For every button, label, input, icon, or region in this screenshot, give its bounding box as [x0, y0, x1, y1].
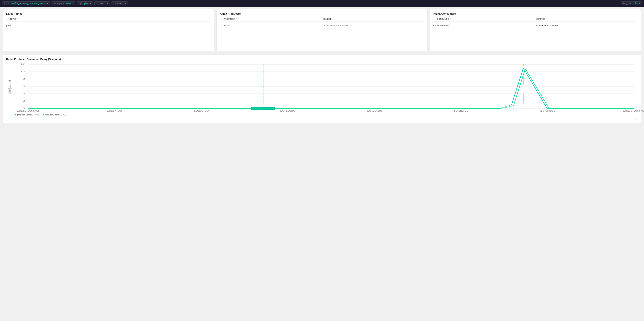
- namespace-value: kafka: [66, 2, 71, 5]
- consumer-source-cell: kafka/kafka-consumer1: [536, 24, 638, 27]
- chart-nav: ‹ ›: [6, 117, 638, 121]
- consumers-sort-icon: ∧: [450, 18, 451, 20]
- legend-label-2: producer-1/consu...: [45, 114, 62, 116]
- script-selector[interactable]: script: px/kafka_producer_consumer_laten…: [2, 2, 50, 5]
- consumer-arrow: ▼: [124, 3, 126, 5]
- producers-sort-icon2: ∧: [332, 18, 334, 20]
- svg-text:0: 0: [23, 107, 25, 109]
- svg-text:10:18:30: 10:18:30: [280, 110, 295, 112]
- svg-text:10:16:30: 10:16:30: [194, 110, 209, 112]
- table-row: producer-1 kafka/kafka-producer-perf-3: [220, 23, 424, 28]
- chart-svg: 0 2 4 6 8 10 12 Delay (seconds) 10:12:30…: [6, 63, 638, 112]
- table-row: pixie: [6, 23, 210, 28]
- kafka-producers-card: Kafka Producers ☰ PRODUCER ∧ SOURCE ∧ ⋮ …: [216, 9, 428, 51]
- top-bar: script: px/kafka_producer_consumer_laten…: [0, 0, 644, 7]
- consumers-sort-icon2: ∧: [546, 18, 547, 20]
- producers-col2: SOURCE ∧: [323, 18, 421, 20]
- topic-value: pixie: [84, 2, 88, 5]
- kafka-producers-title: Kafka Producers: [220, 12, 424, 15]
- topic-cell: pixie: [6, 24, 210, 27]
- producer-arrow: ▼: [106, 3, 108, 5]
- producer-cell: producer-1: [220, 24, 322, 27]
- legend-label-1: producer-1/consu...: [17, 114, 34, 116]
- topic-arrow: ▼: [90, 3, 92, 5]
- topics-header-actions[interactable]: ⋮: [208, 18, 210, 20]
- legend-dot-1: [15, 114, 16, 115]
- legend-dot-2: [43, 114, 44, 115]
- consumer-label: consumer:: [113, 2, 123, 5]
- svg-text:Delay (seconds): Delay (seconds): [7, 80, 12, 94]
- topics-col1: TOPIC ∧: [10, 18, 208, 20]
- chart-next-button[interactable]: ›: [634, 117, 637, 121]
- svg-text:6: 6: [23, 85, 25, 87]
- legend-item-1: producer-1/consu... 0.00: [15, 114, 39, 116]
- kafka-consumers-title: Kafka Consumers: [434, 12, 638, 15]
- script-label: script:: [4, 2, 9, 5]
- namespace-arrow: ▼: [72, 3, 74, 5]
- namespace-label: namespace*:: [53, 2, 66, 5]
- start-time-arrow: ▼: [638, 3, 640, 5]
- svg-text:10:20:30: 10:20:30: [367, 110, 382, 112]
- kafka-topics-card: Kafka Topics ☰ TOPIC ∧ ⋮ pixie: [3, 9, 214, 51]
- legend-value-2: 0.00: [63, 114, 67, 116]
- consumers-col2: SOURCE ∧: [536, 18, 635, 20]
- legend-item-2: producer-1/consu... 0.00: [43, 114, 67, 116]
- start-time-label: start_time:: [622, 2, 632, 5]
- script-arrow: ▼: [47, 3, 48, 5]
- svg-text:10:12:30 PM: 10:12:30 PM: [17, 110, 39, 112]
- chart-title: Kafka Producer-Consumer Delay (Seconds): [6, 58, 638, 61]
- producers-col1: PRODUCER ∧: [224, 18, 322, 20]
- svg-text:2: 2: [23, 100, 25, 102]
- svg-text:10:22:30: 10:22:30: [453, 110, 468, 112]
- script-value: px/kafka_producer_consumer_latency: [10, 2, 46, 5]
- kafka-topics-title: Kafka Topics: [6, 12, 210, 15]
- producer-selector[interactable]: producer: ▼: [94, 2, 110, 5]
- producer-label: producer:: [96, 2, 105, 5]
- topic-selector[interactable]: topic: pixie ▼: [77, 2, 93, 5]
- top-bar-right: start_time: -15m ▼: [620, 2, 642, 5]
- svg-text:10:26:30 PM: 10:26:30 PM: [623, 110, 644, 112]
- legend-value-1: 0.00: [36, 114, 39, 116]
- top-bar-left: script: px/kafka_producer_consumer_laten…: [2, 2, 128, 5]
- consumer-cell: consumer-test-1: [434, 24, 535, 27]
- chart-legend: producer-1/consu... 0.00 producer-1/cons…: [6, 114, 638, 116]
- topics-table-header: ☰ TOPIC ∧ ⋮: [6, 18, 210, 22]
- chart-card: Kafka Producer-Consumer Delay (Seconds) …: [3, 55, 641, 123]
- producers-table-header: ☰ PRODUCER ∧ SOURCE ∧ ⋮: [220, 18, 424, 22]
- consumers-table-header: ☰ CONSUMER ∧ SOURCE ∧ ⋮: [434, 18, 638, 22]
- producers-sort-icon: ∧: [236, 18, 237, 20]
- main-content: Kafka Topics ☰ TOPIC ∧ ⋮ pixie Kafka Pro…: [0, 7, 644, 321]
- namespace-selector[interactable]: namespace*: kafka ▼: [52, 2, 76, 5]
- svg-text:4: 4: [23, 92, 25, 94]
- kafka-consumers-card: Kafka Consumers ☰ CONSUMER ∧ SOURCE ∧ ⋮ …: [430, 9, 641, 51]
- tables-row: Kafka Topics ☰ TOPIC ∧ ⋮ pixie Kafka Pro…: [3, 9, 641, 51]
- svg-text:10:14:30: 10:14:30: [107, 110, 122, 112]
- topics-header-icon: ☰: [6, 18, 8, 21]
- topics-sort-icon: ∧: [17, 18, 18, 20]
- svg-text:8: 8: [23, 78, 25, 80]
- svg-text:12: 12: [20, 63, 25, 65]
- topic-label: topic:: [78, 2, 84, 5]
- consumers-col1: CONSUMER ∧: [437, 18, 536, 20]
- chart-prev-button[interactable]: ‹: [630, 117, 632, 121]
- table-row: consumer-test-1 kafka/kafka-consumer1: [434, 23, 638, 28]
- producers-header-actions[interactable]: ⋮: [422, 18, 424, 20]
- chart-area[interactable]: 0 2 4 6 8 10 12 Delay (seconds) 10:12:30…: [6, 63, 638, 112]
- consumer-selector[interactable]: consumer: ▼: [111, 2, 128, 5]
- svg-text:10:17:56: 10:17:56: [256, 108, 271, 110]
- consumers-header-icon: ☰: [434, 18, 436, 21]
- producer-source-cell: kafka/kafka-producer-perf-3: [322, 24, 424, 27]
- start-time-value: -15m: [633, 2, 638, 5]
- consumers-header-actions[interactable]: ⋮: [636, 18, 638, 20]
- svg-text:10: 10: [20, 70, 25, 73]
- producers-header-icon: ☰: [220, 18, 222, 21]
- svg-text:10:24:30: 10:24:30: [540, 110, 556, 112]
- start-time-selector[interactable]: start_time: -15m ▼: [620, 2, 642, 5]
